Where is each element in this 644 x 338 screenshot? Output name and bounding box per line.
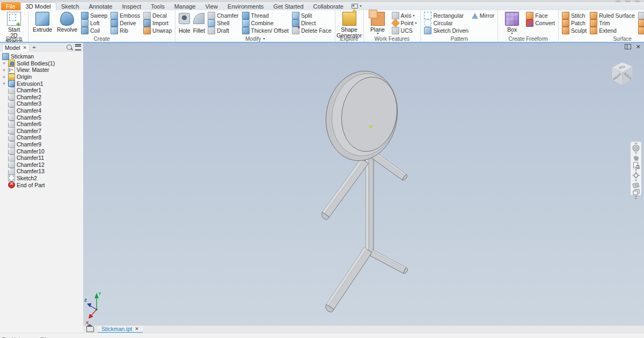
tab-sketch[interactable]: Sketch (56, 2, 84, 10)
revolve-button[interactable]: Revolve (55, 11, 79, 33)
tab-environments[interactable]: Environments (223, 2, 268, 10)
tree-item-end-of-part[interactable]: End of Part (0, 181, 83, 188)
browser-add-tab-button[interactable]: + (32, 45, 35, 50)
tree-item-chamfer3[interactable]: Chamfer3 (0, 100, 83, 107)
tab-view[interactable]: View (200, 2, 223, 10)
fit-mesh-face-button[interactable]: Fit Mesh Face (636, 27, 644, 34)
trim-button[interactable]: Trim (588, 20, 636, 26)
tree-item-chamfer4[interactable]: Chamfer4 (0, 107, 83, 114)
hole-button[interactable]: Hole (177, 11, 192, 34)
ruled-surface-button[interactable]: Ruled Surface (588, 12, 636, 19)
emboss-button[interactable]: Emboss (109, 12, 142, 19)
tree-item-view-master[interactable]: + View: Master (0, 67, 83, 74)
group-label-modify[interactable]: Modify (245, 36, 261, 42)
tab-file[interactable]: File (1, 2, 20, 10)
shape-generator-button[interactable]: Shape Generator (337, 11, 362, 39)
work-point[interactable] (370, 126, 372, 128)
shell-button[interactable]: Shell (206, 20, 240, 26)
point-button[interactable]: Point (390, 20, 419, 26)
chevron-down-icon[interactable] (635, 180, 637, 181)
tree-item-chamfer7[interactable]: Chamfer7 (0, 128, 83, 135)
stitch-button[interactable]: Stitch (560, 12, 588, 19)
expand-icon[interactable]: + (2, 81, 6, 86)
combine-button[interactable]: Combine (240, 20, 290, 26)
document-tab-close-icon[interactable]: ✕ (135, 326, 139, 332)
navigation-wheel-button[interactable] (632, 144, 640, 152)
direct-button[interactable]: Direct (290, 20, 333, 26)
tree-item-extrusion1[interactable]: + Extrusion1 (0, 80, 83, 87)
tab-get-started[interactable]: Get Started (268, 2, 308, 10)
tree-item-origin[interactable]: + Origin (0, 74, 83, 80)
delete-face-button[interactable]: Delete Face (290, 27, 333, 34)
import-button[interactable]: Import (142, 20, 173, 26)
tab-tools[interactable]: Tools (146, 2, 170, 10)
expand-icon[interactable]: + (2, 68, 6, 72)
draft-button[interactable]: Draft (206, 27, 240, 34)
sweep-button[interactable]: Sweep (79, 12, 109, 19)
tree-item-chamfer10[interactable]: Chamfer10 (0, 148, 83, 155)
rib-button[interactable]: Rib (109, 27, 142, 34)
extrude-button[interactable]: Extrude (30, 11, 55, 33)
previous-view-button[interactable] (632, 189, 640, 195)
navbar-handle[interactable] (634, 143, 638, 144)
tree-item-chamfer5[interactable]: Chamfer5 (0, 114, 83, 121)
tree-item-chamfer13[interactable]: Chamfer13 (0, 168, 83, 175)
decal-button[interactable]: Decal (142, 12, 173, 19)
look-at-button[interactable] (632, 182, 640, 188)
sculpt-button[interactable]: Sculpt (560, 27, 588, 34)
coil-button[interactable]: Coil (79, 27, 109, 34)
tree-item-chamfer11[interactable]: Chamfer11 (0, 155, 83, 161)
chevron-down-icon[interactable] (635, 170, 637, 171)
orbit-button[interactable] (632, 172, 640, 179)
tree-item-solid-bodies[interactable]: + Solid Bodies(1) (0, 60, 83, 67)
viewport-close-icon[interactable]: ✕ (636, 44, 641, 49)
unwrap-button[interactable]: Unwrap (142, 27, 173, 34)
circular-pattern-button[interactable]: Circular (422, 20, 470, 26)
thicken-offset-button[interactable]: Thicken/ Offset (240, 27, 290, 34)
tree-item-chamfer9[interactable]: Chamfer9 (0, 141, 83, 148)
document-tab-stickman[interactable]: Stickman.ipt ✕ (98, 326, 143, 333)
tree-item-stickman[interactable]: Stickman (0, 53, 83, 60)
expand-icon[interactable]: + (2, 75, 6, 79)
face-button[interactable]: Face (524, 12, 557, 19)
search-icon[interactable] (67, 45, 72, 50)
tab-3d-model[interactable]: 3D Model (20, 2, 56, 10)
replace-face-button[interactable]: Replace Face (636, 12, 644, 19)
stickman-model[interactable]: TOP RIGHT BACK Y Z X (83, 43, 644, 325)
tree-item-chamfer1[interactable]: Chamfer1 (0, 87, 83, 94)
pan-button[interactable] (632, 155, 640, 161)
tab-manage[interactable]: Manage (170, 2, 201, 10)
chevron-down-icon[interactable] (635, 196, 637, 197)
navbar-options[interactable] (634, 198, 638, 199)
browser-tab-model[interactable]: Model ✕ (2, 44, 30, 52)
sketch-driven-button[interactable]: Sketch Driven (422, 27, 470, 34)
chamfer-button[interactable]: Chamfer (206, 12, 240, 19)
mirror-button[interactable]: Mirror (470, 12, 496, 19)
graphics-viewport[interactable]: TOP RIGHT BACK Y Z X ✕ (83, 43, 644, 325)
expand-icon[interactable]: + (2, 61, 6, 65)
rectangular-pattern-button[interactable]: Rectangular (422, 12, 470, 19)
tree-item-chamfer6[interactable]: Chamfer6 (0, 121, 83, 128)
repair-bodies-button[interactable]: Repair Bodies (636, 20, 644, 26)
tree-item-chamfer2[interactable]: Chamfer2 (0, 94, 83, 101)
derive-button[interactable]: Derive (109, 20, 142, 26)
extend-button[interactable]: Extend (588, 27, 636, 34)
convert-freeform-button[interactable]: Convert (524, 20, 557, 26)
home-icon[interactable] (86, 327, 94, 332)
tree-item-sketch2[interactable]: Sketch2 (0, 175, 83, 182)
zoom-button[interactable] (632, 162, 640, 169)
tab-inspect[interactable]: Inspect (118, 2, 146, 10)
chevron-down-icon[interactable] (635, 152, 637, 154)
split-button[interactable]: Split (290, 12, 333, 19)
fillet-button[interactable]: Fillet (192, 11, 206, 34)
tab-collaborate[interactable]: Collaborate (309, 2, 348, 10)
patch-button[interactable]: Patch (560, 20, 588, 26)
loft-button[interactable]: Loft (79, 20, 109, 26)
viewport-restore-icon[interactable] (625, 44, 631, 49)
browser-menu-icon[interactable] (75, 44, 81, 50)
tree-item-chamfer8[interactable]: Chamfer8 (0, 134, 83, 141)
axis-button[interactable]: Axis (390, 12, 419, 19)
thread-button[interactable]: Thread (240, 12, 290, 19)
browser-tab-close-icon[interactable]: ✕ (23, 45, 27, 50)
box-button[interactable]: Box (500, 11, 524, 34)
